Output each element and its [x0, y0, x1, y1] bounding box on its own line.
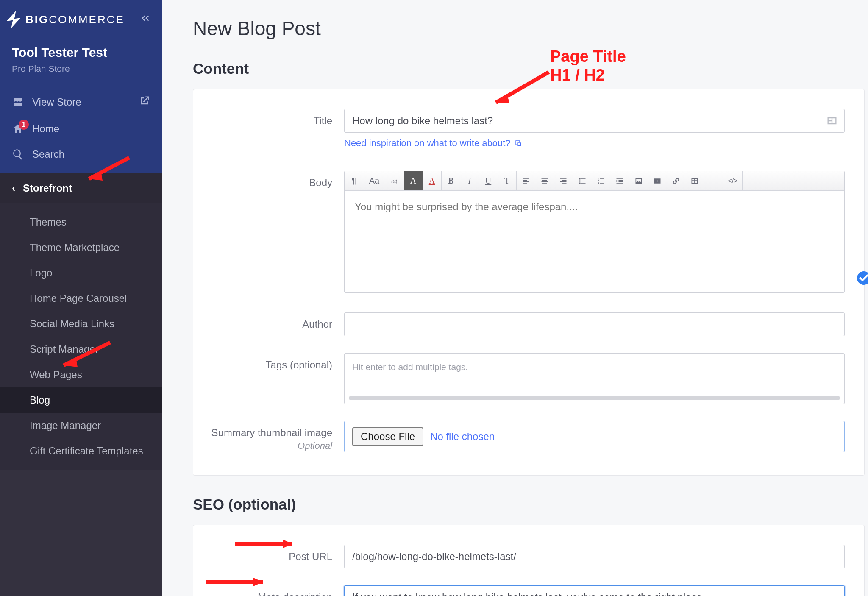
tb-font-family[interactable]: Aa [363, 171, 385, 190]
tb-align-center[interactable] [535, 171, 554, 190]
store-name: Tool Tester Test [12, 45, 150, 60]
author-input[interactable] [344, 312, 845, 336]
svg-point-3 [857, 271, 868, 285]
brand-mark-icon [4, 10, 23, 29]
tb-paragraph[interactable]: ¶ [345, 171, 363, 190]
home-link[interactable]: 1 Home [0, 116, 162, 142]
brand-rest: COMMERCE [49, 13, 125, 26]
post-url-input[interactable] [344, 545, 845, 568]
annotation-arrow-blog [53, 339, 117, 377]
tb-code[interactable]: </> [723, 171, 742, 190]
nav-item-gift-certificate-templates[interactable]: Gift Certificate Templates [0, 438, 162, 464]
sidebar: BIGCOMMERCE Tool Tester Test Pro Plan St… [0, 0, 162, 596]
page-title: New Blog Post [193, 17, 865, 40]
inspiration-text: Need inspiration on what to write about? [344, 138, 511, 149]
view-store-link[interactable]: View Store [0, 88, 162, 116]
card-layout-icon[interactable] [826, 115, 838, 127]
store-plan: Pro Plan Store [12, 64, 150, 74]
title-input[interactable] [344, 109, 845, 133]
search-icon [12, 148, 24, 160]
tags-input[interactable]: Hit enter to add multiple tags. [344, 353, 845, 404]
tb-video[interactable] [648, 171, 667, 190]
tb-indent[interactable] [610, 171, 629, 190]
storefront-icon [12, 96, 24, 108]
search-label: Search [32, 148, 64, 160]
external-link-icon [139, 95, 150, 109]
nav-item-home-page-carousel[interactable]: Home Page Carousel [0, 286, 162, 311]
seo-panel: Post URL Meta description [193, 525, 865, 596]
nav-item-image-manager[interactable]: Image Manager [0, 413, 162, 438]
body-label: Body [209, 171, 344, 189]
tb-underline[interactable]: U [479, 171, 498, 190]
tb-text-color[interactable]: A [423, 171, 441, 190]
nav-item-logo[interactable]: Logo [0, 260, 162, 286]
meta-desc-input[interactable] [344, 585, 845, 596]
inspiration-link[interactable]: Need inspiration on what to write about? [344, 138, 523, 149]
brand-big: BIG [25, 13, 49, 26]
help-chat-icon[interactable] [855, 270, 868, 287]
seo-section-title: SEO (optional) [193, 496, 865, 513]
tags-placeholder: Hit enter to add multiple tags. [352, 362, 468, 372]
tags-scrollbar[interactable] [349, 396, 840, 400]
tb-ol[interactable] [592, 171, 610, 190]
svg-point-1 [579, 180, 581, 181]
file-chooser: Choose File No file chosen [344, 421, 845, 452]
popup-icon [514, 139, 523, 148]
collapse-sidebar-icon[interactable] [139, 13, 150, 27]
svg-point-2 [579, 182, 581, 184]
tb-bold[interactable]: B [442, 171, 460, 190]
nav-section-label: Storefront [23, 182, 72, 194]
store-info: Tool Tester Test Pro Plan Store [0, 39, 162, 86]
chevron-left-icon: ‹ [12, 182, 15, 194]
author-label: Author [209, 312, 344, 331]
svg-marker-12 [283, 540, 292, 548]
home-badge: 1 [19, 120, 29, 130]
tb-ul[interactable] [573, 171, 592, 190]
choose-file-button[interactable]: Choose File [352, 427, 423, 446]
nav-item-themes[interactable]: Themes [0, 209, 162, 235]
brand-logo: BIGCOMMERCE [4, 10, 125, 29]
editor-toolbar: ¶ Aa a↕ A A B I U T [345, 171, 844, 191]
tb-table[interactable] [685, 171, 704, 190]
tb-image[interactable] [629, 171, 648, 190]
content-panel: Title Need inspiration on what to write … [193, 89, 865, 476]
annotation-arrow-metadesc [203, 576, 275, 588]
body-textarea[interactable]: You might be surprised by the average li… [345, 191, 844, 292]
annotation-arrow-title [483, 68, 555, 119]
svg-point-0 [579, 178, 581, 179]
tb-align-right[interactable] [554, 171, 573, 190]
sidebar-header: BIGCOMMERCE Tool Tester Test Pro Plan St… [0, 0, 162, 173]
tags-label: Tags (optional) [209, 353, 344, 372]
home-label: Home [32, 123, 59, 135]
view-store-label: View Store [32, 96, 81, 108]
tb-bg-color[interactable]: A [404, 171, 423, 190]
nav-items: ThemesTheme MarketplaceLogoHome Page Car… [0, 203, 162, 470]
title-label: Title [209, 109, 344, 128]
no-file-text: No file chosen [430, 431, 495, 443]
tb-hr[interactable] [704, 171, 723, 190]
svg-marker-14 [253, 578, 263, 586]
body-editor: ¶ Aa a↕ A A B I U T [344, 171, 845, 293]
tb-link[interactable] [667, 171, 685, 190]
tb-font-size[interactable]: a↕ [385, 171, 404, 190]
tb-strike[interactable]: T [498, 171, 516, 190]
svg-marker-10 [64, 357, 78, 367]
annotation-arrow-storefront [81, 154, 136, 188]
tb-align-left[interactable] [517, 171, 535, 190]
tb-italic[interactable]: I [460, 171, 479, 190]
nav-item-blog[interactable]: Blog [0, 387, 162, 413]
thumb-label: Summary thumbnail image Optional [209, 421, 344, 452]
nav-item-theme-marketplace[interactable]: Theme Marketplace [0, 235, 162, 260]
annotation-arrow-posturl [233, 538, 305, 550]
nav-item-social-media-links[interactable]: Social Media Links [0, 311, 162, 337]
